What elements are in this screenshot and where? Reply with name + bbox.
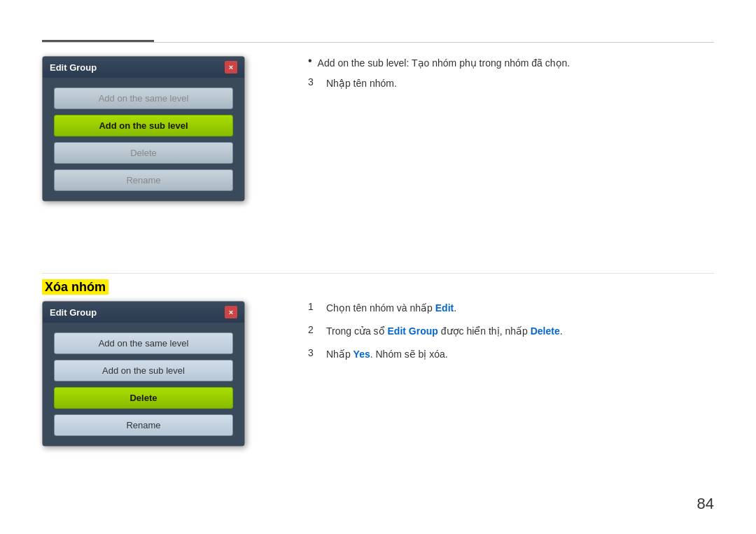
- section2-step2-prefix: Trong cửa sổ: [326, 325, 388, 337]
- section2-step3-suffix: . Nhóm sẽ bị xóa.: [370, 349, 448, 360]
- section2-num3: 3: [308, 347, 319, 358]
- dialog-btn-rename-1[interactable]: Rename: [54, 169, 233, 191]
- section2-title-container: Xóa nhóm: [42, 280, 108, 295]
- section2-step2-link1: Edit Group: [388, 325, 438, 337]
- dialog-titlebar-2: Edit Group ×: [43, 302, 244, 323]
- section1-dialog-container: Edit Group × Add on the same level Add o…: [42, 56, 280, 202]
- section1-bullet: • Add on the sub level: Tạo nhóm phụ tro…: [308, 56, 714, 71]
- dialog-btn-rename-2[interactable]: Rename: [54, 414, 233, 436]
- dialog-close-btn-1[interactable]: ×: [225, 61, 237, 73]
- section2-text3: Nhấp Yes. Nhóm sẽ bị xóa.: [326, 347, 448, 362]
- section2-step2-link2: Delete: [531, 325, 560, 337]
- section2-text1: Chọn tên nhóm và nhấp Edit.: [326, 301, 456, 316]
- section2-step2: 2 Trong cửa sổ Edit Group được hiển thị,…: [308, 324, 714, 339]
- section1-step3: 3 Nhập tên nhóm.: [308, 76, 714, 91]
- dialog-title-2: Edit Group: [50, 307, 97, 318]
- section1-bullet-text: Add on the sub level: Tạo nhóm phụ trong…: [318, 56, 570, 71]
- edit-group-dialog-1: Edit Group × Add on the same level Add o…: [42, 56, 245, 202]
- dialog-btn-delete-2[interactable]: Delete: [54, 387, 233, 409]
- section1-instructions: • Add on the sub level: Tạo nhóm phụ tro…: [308, 56, 714, 99]
- section2-step1: 1 Chọn tên nhóm và nhấp Edit.: [308, 301, 714, 316]
- section2-num1: 1: [308, 301, 319, 312]
- bullet-dot-1: •: [308, 55, 312, 67]
- dialog-title-1: Edit Group: [50, 62, 97, 73]
- section2-title: Xóa nhóm: [42, 280, 108, 294]
- section2-num2: 2: [308, 324, 319, 335]
- dialog-btn-sub-level-1[interactable]: Add on the sub level: [54, 115, 233, 136]
- add-sub-level-link: Add on the sub level: [318, 57, 407, 69]
- section2-step1-suffix: .: [454, 302, 456, 314]
- section2-step3: 3 Nhấp Yes. Nhóm sẽ bị xóa.: [308, 347, 714, 362]
- section2-step2-suffix: .: [560, 325, 563, 337]
- section1-text3: Nhập tên nhóm.: [326, 76, 397, 91]
- edit-group-dialog-2: Edit Group × Add on the same level Add o…: [42, 301, 245, 447]
- section1-num3: 3: [308, 76, 319, 87]
- section2-text2: Trong cửa sổ Edit Group được hiển thị, n…: [326, 324, 563, 339]
- top-rule: [42, 42, 714, 43]
- section2-step3-prefix: Nhấp: [326, 349, 354, 360]
- section1-bullet-desc: : Tạo nhóm phụ trong nhóm đã chọn.: [406, 57, 570, 69]
- dialog-btn-same-level-2[interactable]: Add on the same level: [54, 332, 233, 354]
- section2-step2-middle: được hiển thị, nhấp: [438, 325, 531, 337]
- dialog-body-2: Add on the same level Add on the sub lev…: [43, 323, 244, 446]
- dialog-close-btn-2[interactable]: ×: [225, 306, 237, 318]
- section2-step1-link: Edit: [435, 302, 454, 314]
- section2-step1-prefix: Chọn tên nhóm và nhấp: [326, 302, 435, 314]
- page-number: 84: [697, 495, 714, 513]
- dialog-titlebar-1: Edit Group ×: [43, 57, 244, 78]
- dialog-btn-sub-level-2[interactable]: Add on the sub level: [54, 360, 233, 381]
- section2-title-highlight: Xóa nhóm: [42, 279, 108, 295]
- section-rule: [42, 273, 714, 274]
- dialog-btn-delete-1[interactable]: Delete: [54, 142, 233, 164]
- dialog-btn-same-level-1[interactable]: Add on the same level: [54, 87, 233, 109]
- dialog-body-1: Add on the same level Add on the sub lev…: [43, 78, 244, 201]
- section2-instructions: 1 Chọn tên nhóm và nhấp Edit. 2 Trong cử…: [308, 301, 714, 370]
- section2-dialog-container: Edit Group × Add on the same level Add o…: [42, 301, 280, 447]
- section2-step3-link: Yes: [354, 349, 370, 360]
